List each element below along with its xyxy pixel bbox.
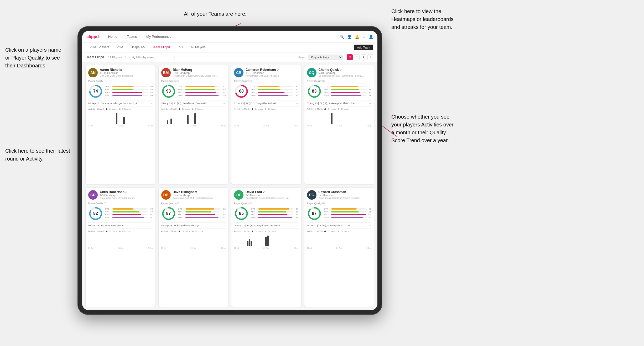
player-name[interactable]: David Ford ✔ — [246, 190, 299, 194]
sort-view-button[interactable]: ↕ — [367, 54, 373, 60]
quality-section[interactable]: 87 OTT 82 APP 74 ARG 85 — [161, 206, 226, 221]
latest-round[interactable]: 07 Aug 23 | 77 (+7), St George's Hill GC… — [307, 100, 372, 105]
activity-header: Activity · 1 Month On course Off course — [88, 230, 153, 232]
team-title: Team Clippd — [86, 55, 104, 59]
donut-chart[interactable]: 85 — [234, 206, 249, 221]
stat-val: 85 — [294, 94, 299, 97]
stat-bar-fill — [258, 217, 292, 218]
latest-round-text: 26 Aug 23 | 84 (+12), Royal North Devon … — [234, 224, 281, 227]
donut-chart[interactable]: 82 — [88, 206, 103, 221]
quality-section[interactable]: 87 OTT 73 APP 79 ARG 103 — [307, 206, 372, 221]
avatar-icon[interactable]: 👤 — [369, 35, 373, 39]
stat-name: APP — [178, 211, 184, 213]
show-select[interactable]: Player Activity Quality Score Trend — [308, 55, 343, 60]
stat-bar-fill — [258, 95, 288, 96]
x-label-2: 21 Aug — [263, 247, 269, 249]
player-card[interactable]: AN Aaron Nicholls 11-15 Handicap Drift G… — [85, 65, 156, 185]
quality-label: Player Quality ⓘ — [234, 202, 299, 205]
tab-all-players[interactable]: All Players — [188, 44, 209, 51]
round-arrow-icon[interactable]: → — [150, 224, 153, 227]
round-arrow-icon[interactable]: → — [223, 224, 226, 227]
add-team-button[interactable]: Add Team — [354, 45, 373, 50]
offcourse-label: Off course — [268, 230, 276, 232]
stat-val: 95 — [221, 94, 226, 97]
quality-section[interactable]: 83 OTT 77 APP 80 ARG 83 — [307, 84, 372, 99]
quality-section[interactable]: 82 OTT 60 APP 77 ARG 81 — [88, 206, 153, 221]
stat-row: OTT 61 — [251, 86, 299, 88]
player-avatar: BM — [161, 68, 171, 77]
donut-chart[interactable]: 68 — [234, 84, 249, 99]
team-edit-icon[interactable]: ✏ — [124, 55, 127, 59]
player-card[interactable]: EC Edward Crossman 1-5 Handicap Sunningd… — [304, 187, 375, 307]
donut-chart[interactable]: 87 — [161, 206, 176, 221]
profile-icon[interactable]: 👤 — [347, 35, 352, 39]
player-name[interactable]: Cameron Robertson ✔ — [246, 68, 299, 72]
list-view-button[interactable]: ☰ — [354, 54, 360, 60]
tab-tour[interactable]: Tour — [174, 44, 186, 51]
quality-section[interactable]: 85 OTT 89 APP 80 ARG 83 — [234, 206, 299, 221]
player-card[interactable]: CQ Charlie Quick ✔ 6-10 Handicap St. Geo… — [304, 65, 375, 185]
player-card[interactable]: DB Dave Billingham Plus Handicap Sag Mai… — [158, 187, 229, 307]
player-card[interactable]: CR Cameron Robertson ✔ 11-15 Handicap Ro… — [231, 65, 302, 185]
settings-icon[interactable]: ⊕ — [362, 35, 366, 39]
player-name[interactable]: Blair McHarg — [173, 68, 226, 72]
latest-round[interactable]: 03 Mar 23 | 19, Must make putting → — [88, 222, 153, 227]
quality-section[interactable]: 74 OTT 60 APP 58 ARG 84 — [88, 84, 153, 99]
player-card[interactable]: DF David Ford ✔ 1-5 Handicap Royal North… — [231, 187, 302, 307]
quality-section[interactable]: 93 OTT 84 APP 85 ARG 88 — [161, 84, 226, 99]
donut-chart[interactable]: 74 — [88, 84, 103, 99]
round-arrow-icon[interactable]: → — [369, 102, 371, 105]
latest-round[interactable]: 02 Sep 23 | Sunrise round to get back in… — [88, 100, 153, 105]
round-arrow-icon[interactable]: → — [369, 224, 371, 227]
stat-bar-bg — [185, 217, 221, 218]
stat-bar-bg — [112, 214, 148, 215]
player-card[interactable]: BM Blair McHarg Plus Handicap Royal Nort… — [158, 65, 229, 185]
round-arrow-icon[interactable]: → — [296, 224, 299, 227]
donut-chart[interactable]: 87 — [307, 206, 322, 221]
stat-row: PUTT 92 — [324, 216, 372, 219]
latest-round[interactable]: 02 Jul 23 | 59 (+17), Craigmillar Park G… — [234, 100, 299, 105]
latest-round[interactable]: 18 Jul 23 | 74 (+4), Sunningdale GC - Ol… — [307, 222, 372, 227]
round-arrow-icon[interactable]: → — [150, 102, 153, 105]
x-label-3: 4 Sep — [294, 125, 298, 127]
tab-hcaps[interactable]: Hcaps 1-5 — [127, 44, 148, 51]
player-card[interactable]: CR Chris Robertson ✔ 1-5 Handicap Craigm… — [85, 187, 156, 307]
chart-area — [307, 233, 372, 247]
activity-header: Activity · 1 Month On course Off course — [234, 108, 299, 110]
grid-view-button[interactable]: ⊞ — [347, 54, 353, 60]
tab-team-clippd[interactable]: Team Clippd — [149, 44, 173, 51]
latest-round[interactable]: 26 Aug 23 | 84 (+12), Royal North Devon … — [234, 222, 299, 227]
filter-input[interactable] — [129, 54, 175, 60]
filter-view-button[interactable]: ▼ — [361, 54, 366, 60]
stat-bar-fill — [185, 92, 216, 93]
app-nav: clippd Home Teams My Performance 🔍 👤 🔔 ⊕… — [82, 31, 377, 42]
search-icon[interactable]: 🔍 — [340, 35, 344, 39]
activity-header: Activity · 1 Month On course Off course — [234, 230, 299, 232]
latest-round[interactable]: 26 Aug 23 | 73 (+1), Royal North Devon G… — [161, 100, 226, 105]
annotation-right-bottom: Choose whether you see your players Acti… — [391, 113, 454, 144]
player-name[interactable]: Chris Robertson ✔ — [100, 190, 153, 194]
player-club: Sunningdale Golf Club, United Kingdom — [319, 197, 372, 199]
stat-row: PUTT 86 — [324, 94, 372, 97]
round-arrow-icon[interactable]: → — [296, 102, 299, 105]
latest-round[interactable]: 04 Sep 23 | Mobility with coach, Gym → — [161, 222, 226, 227]
tab-pgat-players[interactable]: PGAT Players — [86, 44, 112, 51]
stats-bars: OTT 60 APP 77 ARG 81 PUTT 9 — [105, 208, 153, 219]
notification-icon[interactable]: 🔔 — [355, 35, 359, 39]
round-arrow-icon[interactable]: → — [223, 102, 226, 105]
player-name[interactable]: Charlie Quick ✔ — [319, 68, 372, 72]
player-name[interactable]: Edward Crossman — [319, 190, 372, 194]
oncourse-label: On course — [255, 230, 263, 232]
stat-val: 73 — [367, 208, 371, 210]
donut-chart[interactable]: 93 — [161, 84, 176, 99]
nav-home[interactable]: Home — [106, 34, 120, 40]
player-name[interactable]: Aaron Nicholls — [100, 68, 153, 72]
nav-teams[interactable]: Teams — [125, 34, 139, 40]
tab-pga[interactable]: PGA — [113, 44, 126, 51]
player-name[interactable]: Dave Billingham — [173, 190, 226, 194]
stat-row: PUTT 94 — [178, 216, 226, 219]
quality-section[interactable]: 68 OTT 61 APP 63 ARG 75 — [234, 84, 299, 99]
stat-bar-bg — [112, 86, 148, 87]
donut-chart[interactable]: 83 — [307, 84, 322, 99]
nav-my-performance[interactable]: My Performance — [144, 34, 173, 40]
